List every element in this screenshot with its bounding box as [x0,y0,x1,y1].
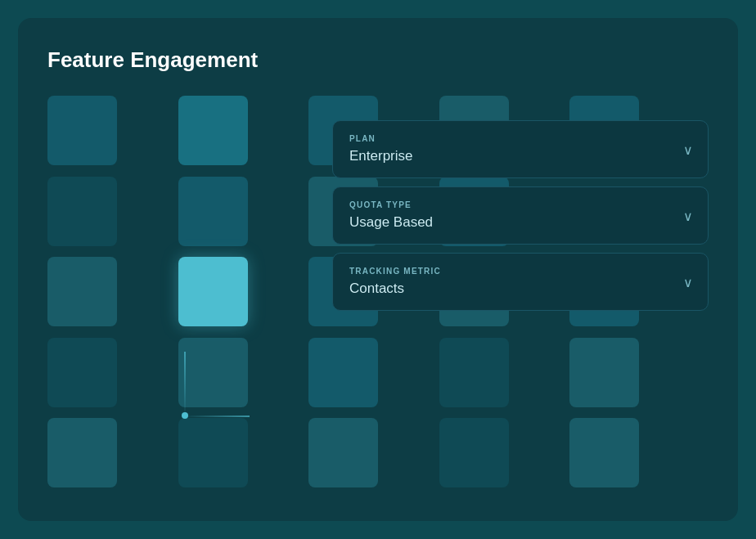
connector-horizontal [184,415,250,417]
dropdown-plan-label: PLAN [349,134,691,143]
grid-cell [569,338,639,407]
dropdown-quota-type-label: QUOTA TYPE [349,200,691,209]
grid-cell [47,177,117,246]
grid-cell [178,338,248,407]
connector-line [184,352,186,417]
grid-cell [308,338,378,407]
chevron-down-icon: ∨ [683,208,693,223]
dropdown-tracking-metric-label: TRACKING METRIC [349,267,691,276]
grid-cell [178,418,248,487]
dropdown-quota-type[interactable]: QUOTA TYPEUsage Based∨ [332,186,709,245]
main-card: Feature Engagement PLANEnterprise∨QUOTA … [18,18,738,521]
connector-dot [182,412,188,419]
grid-cell [47,338,117,407]
dropdown-panel: PLANEnterprise∨QUOTA TYPEUsage Based∨TRA… [332,120,709,311]
content-area: PLANEnterprise∨QUOTA TYPEUsage Based∨TRA… [47,96,709,491]
dropdown-plan-value: Enterprise [349,148,691,164]
dropdown-quota-type-value: Usage Based [349,214,691,231]
dropdown-tracking-metric-value: Contacts [349,281,691,297]
dropdown-tracking-metric[interactable]: TRACKING METRICContacts∨ [332,253,709,311]
grid-cell [439,338,509,407]
grid-cell [439,418,509,487]
page-title: Feature Engagement [47,47,709,73]
grid-cell [47,418,117,487]
chevron-down-icon: ∨ [683,274,693,290]
grid-cell [178,96,248,165]
grid-cell [569,418,639,487]
grid-cell [178,257,248,326]
chevron-down-icon: ∨ [683,141,693,157]
grid-cell [47,96,117,165]
grid-cell [308,418,378,487]
grid-cell [47,257,117,326]
dropdown-plan[interactable]: PLANEnterprise∨ [332,120,709,178]
grid-cell [178,177,248,246]
